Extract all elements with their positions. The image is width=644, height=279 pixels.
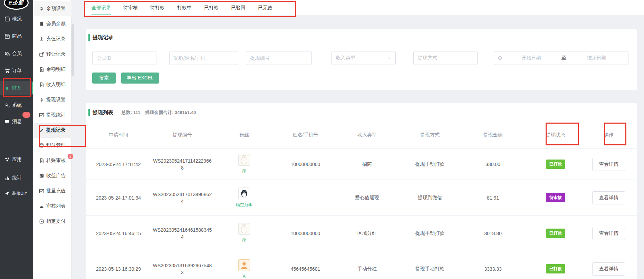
download-icon	[39, 36, 44, 42]
messages-notification-badge: ...	[22, 112, 30, 118]
table-row: 2023-05-13 16:39:29 WS202305131639296754…	[86, 251, 637, 279]
start-date-placeholder[interactable]: 开始日期	[503, 55, 559, 61]
withdraw-method: 提现手动打款	[398, 230, 462, 237]
submenu-item-points-management[interactable]: 积分管理	[33, 138, 71, 153]
submenu-item-batch-recharge[interactable]: 批量充值	[33, 183, 71, 199]
status-cell: 已打款	[524, 229, 587, 238]
diy-tool-icon	[4, 191, 10, 196]
avatar	[238, 187, 250, 199]
sidebar-item-goods[interactable]: 商品	[0, 29, 33, 43]
withdraw-no: WS20230524170134968624	[151, 191, 213, 205]
line-chart-icon	[39, 188, 44, 194]
submenu-item-withdraw-records[interactable]: 提现记录	[33, 123, 71, 138]
status-cell: 待审核	[524, 193, 587, 202]
status-tabbar: 全部记录 待审核 待打款 打款中 已打款 已驳回 已无效	[84, 0, 644, 15]
submenu-item-withdraw-statistics[interactable]: 提现统计	[33, 107, 71, 123]
view-detail-button[interactable]: 查看详情	[592, 262, 625, 276]
document-icon	[39, 67, 44, 72]
fan-cell: 萍	[213, 154, 275, 174]
submenu-item-balance-details[interactable]: 余额明细	[33, 62, 71, 77]
tab-rejected[interactable]: 已驳回	[231, 0, 246, 15]
withdraw-no-input[interactable]	[250, 55, 307, 61]
sidebar-item-orders[interactable]: 订单	[0, 64, 33, 78]
chat-bubble-icon	[4, 119, 10, 125]
sidebar-scrollbar-thumb[interactable]	[71, 24, 74, 76]
sidebar-item-statistics[interactable]: 统计	[0, 171, 33, 185]
sidebar-item-messages[interactable]: 消息 ...	[0, 115, 33, 128]
withdraw-no: WS20230513163929675483	[151, 262, 213, 276]
submenu-item-member-balance[interactable]: 会员余额	[33, 16, 71, 31]
submenu-item-designated-payment[interactable]: 指定支付	[33, 214, 71, 229]
tab-pending-audit[interactable]: 待审核	[123, 0, 138, 15]
table-row: 2023-05-24 17:11:42 WS202305241711422236…	[86, 148, 637, 180]
tab-all-records[interactable]: 全部记录	[92, 0, 111, 15]
members-icon	[4, 51, 10, 57]
tab-pending-payment[interactable]: 待打款	[150, 0, 165, 15]
submenu-item-income-details[interactable]: 收入明细	[33, 77, 71, 92]
fan-name-link[interactable]: 萍	[242, 169, 246, 174]
view-detail-button[interactable]: 查看详情	[592, 158, 625, 171]
action-cell: 查看详情	[587, 227, 631, 240]
withdraw-method-select[interactable]: 提现方式	[413, 51, 478, 65]
col-amount: 提现金额	[462, 132, 524, 138]
gears-icon	[4, 103, 10, 108]
gear-icon	[39, 97, 44, 103]
submenu-item-balance-settings[interactable]: 余额设置	[33, 1, 71, 16]
action-cell: 查看详情	[587, 262, 631, 276]
table-row: 2023-05-24 16:46:15 WS202305241646158834…	[86, 215, 637, 251]
fan-name-link[interactable]: 晴空万李	[236, 202, 252, 208]
fan-name-link[interactable]: A	[243, 274, 246, 279]
apps-cluster-icon	[4, 157, 10, 163]
withdraw-amount: 3333.33	[462, 266, 524, 272]
submenu-item-revenue-ads[interactable]: 收益广告	[33, 168, 71, 183]
income-type: 手动分红	[336, 266, 398, 272]
sidebar-item-finance[interactable]: ¥ 财务	[0, 81, 33, 95]
submenu-item-transfer-audit[interactable]: 转账审核 2	[33, 153, 71, 168]
submenu-item-audit-list[interactable]: 审核列表	[33, 199, 71, 214]
yen-icon: ¥	[4, 85, 10, 91]
fan-cell: 晴空万李	[213, 187, 275, 208]
line-chart-icon	[39, 112, 44, 118]
tab-paying[interactable]: 打款中	[177, 0, 192, 15]
avatar	[238, 223, 250, 235]
nickname-input[interactable]	[174, 55, 234, 61]
income-type: 招商	[336, 161, 398, 167]
withdraw-list-title: 提现列表 总数: 111提现金额合计: 349151.40	[88, 109, 201, 116]
app-logo: E企盟	[4, 0, 29, 10]
fan-name-link[interactable]: 萍	[242, 238, 246, 243]
name-phone: 10000000000	[275, 231, 336, 236]
sidebar-item-apps[interactable]: 应用	[0, 153, 33, 166]
transfer-audit-count-badge: 2	[68, 154, 73, 159]
view-detail-button[interactable]: 查看详情	[592, 227, 625, 240]
chevron-down-icon	[469, 56, 473, 60]
col-method: 提现方式	[398, 132, 462, 138]
search-panel-title: 提现记录	[88, 34, 113, 41]
apply-time: 2023-05-13 16:39:29	[86, 266, 151, 272]
chevron-down-icon	[387, 56, 391, 60]
search-button[interactable]: 搜索	[92, 73, 116, 84]
fan-cell: 萍	[213, 223, 275, 243]
document-icon	[39, 82, 44, 87]
member-id-input[interactable]	[97, 55, 152, 61]
submenu-item-recharge-records[interactable]: 充值记录	[33, 31, 71, 47]
end-date-placeholder[interactable]: 结束日期	[568, 55, 625, 61]
withdraw-no: WS20230524171142223668	[151, 157, 213, 171]
income-type-select[interactable]: 收入类型	[331, 51, 396, 65]
sidebar-item-overview[interactable]: 概况	[0, 12, 33, 26]
sidebar-item-system[interactable]: 系统	[0, 98, 33, 112]
tab-invalid[interactable]: 已无效	[258, 0, 272, 15]
sidebar-item-members[interactable]: 会员	[0, 47, 33, 60]
submenu-item-transfer-records[interactable]: 转让记录	[33, 47, 71, 62]
submenu-item-withdraw-settings[interactable]: 提现设置	[33, 92, 71, 107]
sidebar-item-diy[interactable]: 装修DIY	[0, 186, 33, 200]
avatar	[238, 154, 250, 166]
avatar	[238, 259, 250, 271]
clock-icon	[498, 56, 502, 60]
export-excel-button[interactable]: 导出 EXCEL	[121, 73, 159, 84]
col-withdraw-no: 提现编号	[151, 132, 213, 138]
tab-paid[interactable]: 已打款	[204, 0, 219, 15]
view-detail-button[interactable]: 查看详情	[592, 191, 625, 204]
status-badge: 已打款	[546, 264, 565, 273]
database-icon	[39, 143, 44, 148]
date-range-picker[interactable]: 开始日期 至 结束日期	[494, 51, 628, 65]
